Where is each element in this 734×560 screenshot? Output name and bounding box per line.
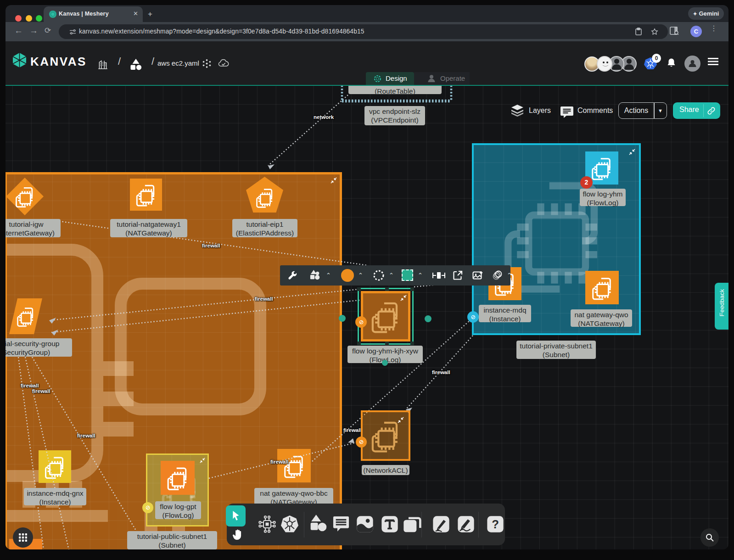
svg-text:?: ? [492,518,499,531]
